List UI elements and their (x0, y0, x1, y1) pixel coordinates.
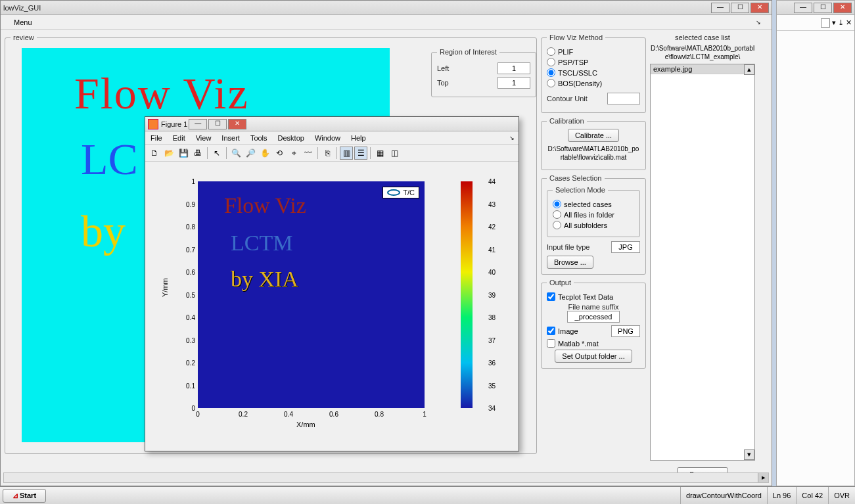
mode-selected-cases[interactable]: selected cases (553, 200, 634, 208)
calibration-path: D:\Software\MATLAB2010b_portable\flowviz… (547, 145, 640, 162)
colorbar-icon[interactable]: ▥ (340, 147, 353, 160)
method-psp[interactable]: PSP/TSP (547, 58, 640, 66)
xlabel: X/mm (296, 421, 315, 428)
menu-insert[interactable]: Insert (216, 133, 245, 143)
zoom-out-icon[interactable]: 🔎 (244, 147, 257, 160)
output-mat[interactable]: Matlab *.mat (547, 339, 640, 348)
cbtick: 39 (488, 291, 496, 298)
rotate-icon[interactable]: ⟲ (273, 147, 286, 160)
save-icon[interactable]: 💾 (177, 147, 190, 160)
method-bos[interactable]: BOS(Density) (547, 79, 640, 87)
new-icon[interactable]: 🗋 (148, 147, 161, 160)
scroll-up-button[interactable]: ▴ (744, 64, 754, 75)
ytick: 0 (191, 405, 195, 412)
tool-box-icon[interactable] (821, 18, 830, 28)
xtick: 0.6 (329, 411, 338, 418)
menu-edit[interactable]: Edit (168, 133, 191, 143)
cbtick: 36 (488, 359, 496, 367)
down-icon[interactable]: ⤓ (838, 18, 844, 27)
ytick: 0.3 (186, 336, 195, 344)
pan-icon[interactable]: ✋ (258, 147, 271, 160)
scroll-down-button[interactable]: ▾ (744, 449, 754, 460)
status-function: drawContourWithCoord (680, 487, 767, 504)
preview-text-3: by (81, 206, 126, 258)
method-tscl[interactable]: TSCL/SSLC (547, 68, 640, 77)
roi-panel: Region of Interest Left Top (431, 48, 536, 97)
bg-minimize-button[interactable]: — (794, 3, 812, 13)
roi-top-input[interactable] (497, 77, 530, 89)
menu-tools[interactable]: Tools (245, 133, 273, 143)
menu-window[interactable]: Window (310, 133, 346, 143)
cbtick: 37 (488, 336, 496, 344)
main-titlebar[interactable]: lowViz_GUI — ☐ ✕ (1, 1, 772, 15)
preview-legend: review (11, 34, 37, 41)
scroll-right-icon[interactable]: ▸ (758, 473, 768, 482)
datacursor-icon[interactable]: ⌖ (287, 147, 300, 160)
calibrate-button[interactable]: Calibrate ... (568, 129, 619, 142)
bg-titlebar: — ☐ ✕ (777, 1, 854, 15)
ytick: 0.1 (186, 382, 195, 389)
print-icon[interactable]: 🖶 (191, 147, 204, 160)
figure-minimize-button[interactable]: — (189, 119, 207, 129)
open-icon[interactable]: 📂 (162, 147, 175, 160)
output-image[interactable]: Image (547, 327, 578, 335)
colorbar[interactable] (461, 181, 473, 408)
mode-all-subfolders[interactable]: All subfolders (553, 221, 634, 229)
ytick: 0.8 (186, 223, 195, 231)
dock-icon[interactable]: ◫ (388, 147, 401, 160)
bg-maximize-button[interactable]: ☐ (814, 3, 832, 13)
menu-file[interactable]: File (145, 133, 168, 143)
close-button[interactable]: ✕ (751, 3, 769, 13)
contour-unit-label: Contour Unit (547, 95, 588, 103)
menu-desktop[interactable]: Desktop (273, 133, 310, 143)
menu-main[interactable]: Menu (7, 17, 39, 28)
mode-all-files[interactable]: All files in folder (553, 210, 634, 219)
close-icon[interactable]: ✕ (846, 18, 852, 27)
figure-toolbar: 🗋 📂 💾 🖶 ↖ 🔍 🔎 ✋ ⟲ ⌖ 〰 ⎘ ▥ ☰ ▦ ◫ (145, 145, 519, 162)
cases-legend: Cases Selection (547, 174, 605, 182)
axes[interactable]: Flow Viz LCTM by XIA T/C (198, 181, 425, 408)
start-button[interactable]: ⊿ Start (3, 489, 46, 503)
controls-column: Flow Viz Method PLIF PSP/TSP TSCL/SSLC B… (541, 34, 646, 482)
brush-icon[interactable]: 〰 (302, 147, 315, 160)
zoom-in-icon[interactable]: 🔍 (229, 147, 243, 160)
roi-legend: Region of Interest (437, 48, 499, 56)
filetype-input[interactable] (611, 241, 640, 253)
bg-toolbar: ▾ ⤓ ✕ (777, 15, 854, 31)
window-title: lowViz_GUI (3, 4, 41, 12)
figure-close-button[interactable]: ✕ (228, 119, 246, 129)
figure-titlebar[interactable]: Figure 1 — ☐ ✕ (145, 117, 519, 131)
figure-maximize-button[interactable]: ☐ (208, 119, 227, 129)
contour-unit-input[interactable] (607, 93, 640, 104)
menu-help[interactable]: Help (346, 133, 371, 143)
maximize-button[interactable]: ☐ (731, 3, 749, 13)
roi-left-input[interactable] (497, 62, 530, 74)
caselist-header: selected case list (650, 34, 755, 41)
suffix-input[interactable] (567, 311, 620, 323)
cases-panel: Cases Selection Selection Mode selected … (541, 174, 646, 275)
figure-menubar-more-icon[interactable]: ↘ (509, 135, 519, 141)
case-listbox[interactable]: example.jpg ▴ ▾ (650, 64, 755, 461)
bg-close-button[interactable]: ✕ (833, 3, 852, 13)
ylabel: Y/mm (161, 278, 169, 297)
horizontal-scrollbar[interactable]: ▸ (3, 472, 769, 483)
method-panel: Flow Viz Method PLIF PSP/TSP TSCL/SSLC B… (541, 34, 646, 113)
dropdown-icon[interactable]: ▾ (832, 18, 836, 27)
method-plif[interactable]: PLIF (547, 47, 640, 56)
set-output-folder-button[interactable]: Set Output folder ... (555, 350, 632, 363)
list-item[interactable]: example.jpg (651, 64, 754, 74)
taskbar: ⊿ Start drawContourWithCoord Ln 96 Col 4… (0, 486, 855, 504)
legend-icon[interactable]: ☰ (354, 147, 367, 160)
hide-icon[interactable]: ▦ (373, 147, 386, 160)
link-icon[interactable]: ⎘ (321, 147, 334, 160)
ytick: 0.6 (186, 269, 195, 276)
output-tecplot[interactable]: Tecplot Text Data (547, 292, 640, 301)
xtick: 0 (196, 411, 200, 418)
plot-legend[interactable]: T/C (382, 187, 419, 198)
menubar-more-icon[interactable]: ↘ (756, 19, 765, 26)
menu-view[interactable]: View (191, 133, 217, 143)
image-format-input[interactable] (611, 325, 640, 337)
browse-button[interactable]: Browse ... (547, 256, 593, 269)
minimize-button[interactable]: — (711, 3, 729, 13)
pointer-icon[interactable]: ↖ (210, 147, 223, 160)
